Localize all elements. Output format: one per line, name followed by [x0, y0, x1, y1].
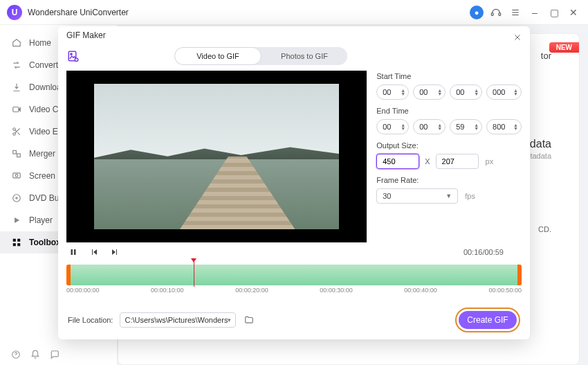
output-size-label: Output Size:: [376, 141, 522, 150]
svg-point-6: [13, 128, 16, 131]
end-mm-stepper[interactable]: ▲▼: [413, 119, 445, 134]
menu-icon[interactable]: [508, 5, 523, 20]
stepper-arrows[interactable]: ▲▼: [437, 89, 442, 96]
tick: 00:00:10:00: [151, 287, 184, 294]
bottom-row: File Location: C:\Users\ws\Pictures\Wond…: [58, 301, 530, 339]
start-ss-stepper[interactable]: ▲▼: [450, 84, 482, 100]
end-ss-input[interactable]: [456, 123, 472, 131]
svg-rect-17: [17, 243, 20, 246]
support-icon[interactable]: [488, 5, 504, 20]
converter-icon: [11, 60, 22, 71]
play-icon: [11, 215, 22, 226]
svg-rect-24: [71, 249, 73, 255]
tab-video-to-gif[interactable]: Video to GIF: [174, 47, 261, 65]
pause-button[interactable]: [68, 247, 79, 258]
time-display: 00:16/00:59: [463, 248, 504, 256]
compressor-icon: [11, 104, 22, 115]
bg-text-tor: tor: [541, 51, 551, 61]
create-gif-label: Create GIF: [467, 315, 508, 325]
timeline-start-handle[interactable]: [66, 265, 71, 285]
home-icon: [11, 37, 22, 48]
modal-close-button[interactable]: [511, 30, 524, 44]
stepper-arrows[interactable]: ▲▼: [401, 89, 405, 96]
end-ms-stepper[interactable]: ▲▼: [486, 119, 522, 134]
start-ss-input[interactable]: [456, 88, 472, 96]
bg-text-cd: CD.: [538, 225, 551, 233]
start-mm-input[interactable]: [419, 88, 436, 96]
frame-rate-select[interactable]: 30 ▼: [376, 188, 458, 204]
chevron-down-icon: ▾: [228, 317, 231, 323]
fps-unit: fps: [465, 192, 475, 200]
start-ms-input[interactable]: [493, 88, 512, 96]
end-hh-input[interactable]: [383, 123, 399, 131]
end-mm-input[interactable]: [419, 123, 436, 131]
create-gif-button[interactable]: Create GIF: [459, 311, 517, 329]
add-media-icon[interactable]: [66, 49, 80, 63]
svg-point-7: [13, 133, 16, 136]
feedback-icon[interactable]: [50, 350, 59, 359]
tab-label: Photos to GIF: [281, 52, 328, 60]
tick: 00:00:40:00: [404, 287, 437, 294]
start-time-label: Start Time: [376, 72, 522, 80]
output-height-input[interactable]: [436, 154, 479, 169]
stepper-arrows[interactable]: ▲▼: [474, 89, 479, 96]
frame-rate-label: Frame Rate:: [376, 176, 522, 184]
tab-photos-to-gif[interactable]: Photos to GIF: [261, 47, 347, 65]
svg-rect-25: [74, 249, 76, 255]
window-minimize[interactable]: –: [527, 5, 542, 20]
work-row: Start Time ▲▼ ▲▼ ▲▼ ▲▼ End Time ▲▼ ▲▼ ▲▼…: [58, 71, 530, 242]
bell-icon[interactable]: [30, 350, 40, 359]
prev-frame-button[interactable]: [89, 247, 100, 258]
video-frame: [94, 84, 339, 229]
start-ms-stepper[interactable]: ▲▼: [486, 84, 522, 100]
frame-rate-value: 30: [383, 192, 391, 200]
end-ms-input[interactable]: [493, 123, 512, 131]
end-hh-stepper[interactable]: ▲▼: [376, 119, 409, 134]
playbar: 00:16/00:59: [58, 242, 530, 262]
svg-rect-0: [491, 12, 493, 15]
timeline-ticks: 00:00:00:00 00:00:10:00 00:00:20:00 00:0…: [58, 285, 530, 294]
start-mm-stepper[interactable]: ▲▼: [413, 84, 445, 100]
file-location-select[interactable]: C:\Users\ws\Pictures\Wonders ▾: [120, 312, 236, 328]
app-logo: U: [7, 5, 22, 20]
timeline-end-handle[interactable]: [517, 265, 522, 285]
svg-rect-15: [17, 239, 20, 242]
sidebar-item-label: Merger: [29, 149, 55, 159]
output-width-input[interactable]: [376, 154, 419, 169]
timeline-playhead[interactable]: [194, 259, 194, 287]
file-location-value: C:\Users\ws\Pictures\Wonders: [125, 316, 228, 324]
tab-label: Video to GIF: [196, 52, 239, 60]
svg-rect-8: [13, 150, 17, 154]
svg-rect-16: [13, 243, 16, 246]
multiply-sign: X: [425, 157, 430, 166]
app-name: Wondershare UniConverter: [28, 8, 129, 17]
svg-rect-10: [13, 173, 21, 178]
stepper-arrows[interactable]: ▲▼: [513, 89, 518, 96]
help-icon[interactable]: [11, 350, 21, 359]
next-frame-button[interactable]: [109, 247, 120, 258]
chevron-down-icon: ▼: [445, 193, 452, 199]
start-hh-stepper[interactable]: ▲▼: [376, 84, 409, 100]
tick: 00:00:30:00: [320, 287, 353, 294]
svg-point-22: [71, 53, 72, 55]
disc-icon: [11, 193, 22, 204]
sidebar-item-label: Home: [29, 38, 51, 48]
account-avatar[interactable]: ●: [469, 5, 484, 20]
window-maximize[interactable]: ▢: [546, 5, 562, 20]
end-ss-stepper[interactable]: ▲▼: [450, 119, 482, 134]
stepper-arrows[interactable]: ▲▼: [401, 123, 405, 130]
start-hh-input[interactable]: [383, 88, 399, 96]
video-preview[interactable]: [66, 71, 367, 242]
gif-controls: Start Time ▲▼ ▲▼ ▲▼ ▲▼ End Time ▲▼ ▲▼ ▲▼…: [376, 71, 522, 242]
statusbar: [11, 350, 59, 359]
stepper-arrows[interactable]: ▲▼: [513, 123, 518, 130]
stepper-arrows[interactable]: ▲▼: [474, 123, 479, 130]
svg-point-12: [13, 195, 21, 202]
window-close[interactable]: ✕: [566, 5, 581, 20]
file-location-label: File Location:: [68, 316, 113, 324]
timeline[interactable]: [66, 265, 522, 285]
stepper-arrows[interactable]: ▲▼: [437, 123, 442, 130]
tick: 00:00:00:00: [66, 287, 100, 294]
svg-rect-5: [13, 107, 19, 112]
open-folder-button[interactable]: [243, 314, 255, 326]
